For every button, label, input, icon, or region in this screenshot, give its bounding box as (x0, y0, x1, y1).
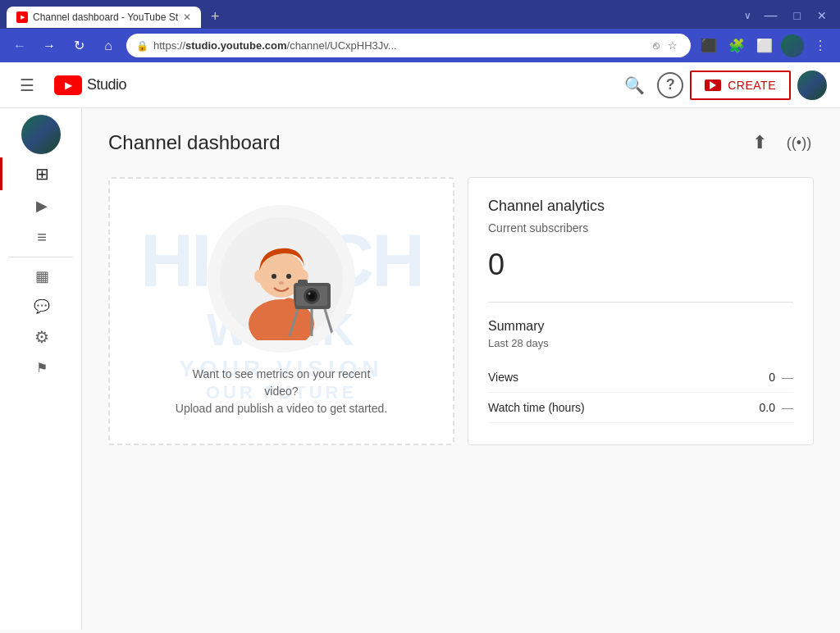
url-text: https://studio.youtube.com/channel/UCxpH… (153, 39, 397, 52)
yt-studio-header: ☰ Studio 🔍 ? CREATE (0, 62, 840, 108)
sidebar: ⊞ ▶ ≡ ▦ 💬 ⚙ ⚑ (0, 108, 82, 630)
views-label: Views (488, 371, 769, 384)
create-video-icon (705, 80, 721, 91)
analytics-title: Channel analytics (488, 198, 793, 215)
watch-time-label: Watch time (hours) (488, 401, 760, 414)
analytics-divider (488, 302, 793, 303)
browser-profile-avatar[interactable] (781, 34, 804, 57)
extensions-icon[interactable]: 🧩 (725, 34, 748, 57)
sidebar-divider (8, 257, 73, 257)
help-button[interactable]: ? (657, 72, 683, 98)
minimize-button[interactable]: — (758, 7, 784, 25)
watch-time-trend: — (782, 401, 793, 414)
tab-title: Channel dashboard - YouTube St (33, 11, 178, 23)
sidebar-item-content[interactable]: ▶ (0, 190, 81, 221)
tab-favicon-icon (16, 11, 28, 23)
live-button[interactable]: ((•)) (784, 128, 814, 157)
chrome-menu-icon[interactable]: ⋮ (809, 34, 832, 57)
svg-point-5 (279, 281, 284, 285)
back-button[interactable]: ← (8, 34, 31, 57)
create-button[interactable]: CREATE (690, 71, 791, 100)
upload-illustration (208, 205, 355, 353)
sidebar-item-settings[interactable]: ⚙ (0, 321, 81, 353)
watch-time-value: 0.0 (760, 401, 775, 414)
summary-title: Summary (488, 319, 793, 334)
close-button[interactable]: ✕ (810, 7, 833, 24)
views-trend: — (782, 371, 793, 384)
forward-button[interactable]: → (38, 34, 61, 57)
sidebar-item-subtitles[interactable]: ≡ (0, 221, 81, 253)
bookmark-icon[interactable]: ☆ (664, 38, 681, 53)
cast-icon[interactable]: ⬛ (697, 34, 720, 57)
svg-point-13 (308, 293, 311, 295)
upload-text-line1: Want to see metrics on your recent video… (193, 367, 371, 398)
page-title: Channel dashboard (108, 131, 745, 154)
live-icon: ((•)) (787, 134, 811, 152)
reload-button[interactable]: ↻ (67, 34, 90, 57)
sidebar-item-analytics[interactable]: ▦ (0, 261, 81, 292)
yt-studio-logo[interactable]: Studio (54, 75, 126, 95)
main-content: Channel dashboard ⬆ ((•)) HI-TECH WORK (82, 108, 840, 630)
address-bar[interactable]: 🔒 https://studio.youtube.com/channel/UCx… (126, 34, 691, 57)
lock-icon: 🔒 (136, 40, 148, 52)
summary-period: Last 28 days (488, 337, 793, 349)
sidebar-item-feedback[interactable]: ⚑ (0, 353, 81, 382)
upload-text-line2: Upload and publish a video to get starte… (176, 402, 387, 415)
svg-rect-14 (298, 280, 308, 285)
tab-close-icon[interactable]: ✕ (183, 11, 191, 23)
subtitles-icon: ≡ (37, 228, 47, 247)
sidebar-item-comments[interactable]: 💬 (0, 292, 81, 321)
studio-text: Studio (87, 76, 126, 93)
tab-list-button[interactable]: ∨ (741, 8, 755, 23)
sidebar-toggle-icon[interactable]: ⬜ (753, 34, 776, 57)
watch-time-stat-row: Watch time (hours) 0.0 — (488, 393, 793, 423)
create-button-label: CREATE (728, 79, 776, 92)
settings-icon: ⚙ (34, 327, 49, 347)
upload-card-text: Want to see metrics on your recent video… (175, 366, 388, 417)
new-tab-button[interactable]: + (204, 5, 226, 29)
hamburger-button[interactable]: ☰ (13, 69, 41, 102)
feedback-icon: ⚑ (36, 360, 48, 376)
share-icon[interactable]: ⎋ (650, 38, 663, 53)
subscribers-count: 0 (488, 248, 793, 282)
home-button[interactable]: ⌂ (97, 34, 120, 57)
views-value: 0 (769, 371, 775, 384)
user-avatar[interactable] (797, 71, 827, 100)
svg-point-6 (254, 270, 264, 283)
sidebar-channel-avatar[interactable] (21, 115, 61, 154)
upload-button[interactable]: ⬆ (745, 128, 774, 157)
header-actions: 🔍 ? CREATE (618, 69, 827, 102)
youtube-logo-icon (54, 75, 82, 95)
comments-icon: 💬 (34, 298, 50, 314)
analytics-card: Channel analytics Current subscribers 0 … (468, 177, 814, 445)
address-bar-actions: ⎋ ☆ (650, 38, 681, 53)
analytics-subtitle: Current subscribers (488, 221, 793, 235)
views-stat-row: Views 0 — (488, 362, 793, 393)
dashboard-icon: ⊞ (35, 164, 49, 184)
browser-tab[interactable]: Channel dashboard - YouTube St ✕ (7, 7, 201, 28)
svg-point-4 (286, 274, 291, 279)
dashboard-grid: HI-TECH WORK YOUR VISION OUR FUTURE (108, 177, 814, 445)
search-button[interactable]: 🔍 (618, 69, 651, 102)
page-header-actions: ⬆ ((•)) (745, 128, 814, 157)
content-icon: ▶ (36, 197, 48, 215)
svg-point-3 (272, 274, 276, 279)
upload-prompt-card: HI-TECH WORK YOUR VISION OUR FUTURE (108, 177, 454, 445)
page-header: Channel dashboard ⬆ ((•)) (108, 128, 814, 157)
sidebar-item-dashboard[interactable]: ⊞ (0, 157, 81, 190)
analytics-icon: ▦ (35, 267, 49, 285)
maximize-button[interactable]: □ (788, 7, 807, 24)
